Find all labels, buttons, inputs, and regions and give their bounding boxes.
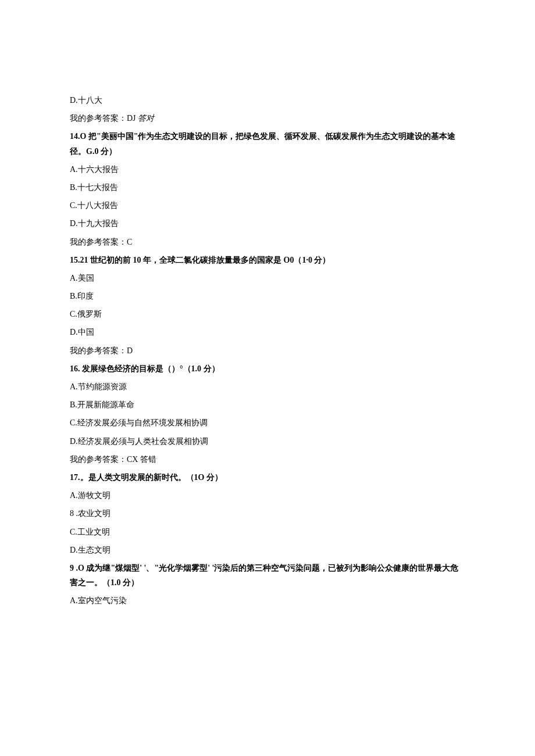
q17-option-b: 8 .农业文明 xyxy=(70,506,465,521)
q17-option-a: A.游牧文明 xyxy=(70,488,465,503)
q14-option-c: C.十八大报告 xyxy=(70,198,465,213)
q13-answer-suffix: 答对 xyxy=(138,114,154,123)
q18-stem: 9 .O 成为继"煤烟型' '、"光化学烟雾型' '污染后的第三种空气污染问题，… xyxy=(70,561,465,590)
q16-option-c: C.经济发展必须与自然环境发展相协调 xyxy=(70,415,465,430)
q15-option-b: B.印度 xyxy=(70,289,465,303)
q18-option-a: A.室内空气污染 xyxy=(70,593,465,608)
q16-answer: 我的参考答案：CX 答错 xyxy=(70,452,465,467)
q15-answer: 我的参考答案：D xyxy=(70,343,465,358)
q14-option-d: D.十九大报告 xyxy=(70,216,465,231)
q13-answer-prefix: 我的参考答案：DJ xyxy=(70,114,138,123)
q16-option-d: D.经济发展必须与人类社会发展相协调 xyxy=(70,434,465,449)
q16-option-b: B.开展新能源革命 xyxy=(70,397,465,412)
q17-option-d: D.生态文明 xyxy=(70,543,465,557)
q15-option-d: D.中国 xyxy=(70,325,465,339)
q13-answer: 我的参考答案：DJ 答对 xyxy=(70,111,465,126)
q16-stem: 16. 发展绿色经济的目标是（）°（1.0 分） xyxy=(70,361,465,376)
q15-stem: 15.21 世纪初的前 10 年，全球二氯化碳排放量最多的国家是 O0（1·0 … xyxy=(70,253,465,267)
q17-stem: 17.。是人类文明发展的新时代。（1O 分） xyxy=(70,470,465,485)
q15-option-a: A.美国 xyxy=(70,271,465,285)
q14-stem: 14.O 把"美丽中国"作为生态文明建设的目标，把绿色发展、循环发展、低碳发展作… xyxy=(70,129,465,158)
q17-option-c: C.工业文明 xyxy=(70,525,465,539)
q14-option-b: B.十七大报告 xyxy=(70,180,465,195)
q13-option-d: D.十八大 xyxy=(70,93,465,108)
q14-answer: 我的参考答案：C xyxy=(70,235,465,249)
q15-option-c: C.俄罗斯 xyxy=(70,307,465,321)
q14-option-a: A.十六大报告 xyxy=(70,162,465,177)
q16-option-a: A.节约能源资源 xyxy=(70,379,465,394)
